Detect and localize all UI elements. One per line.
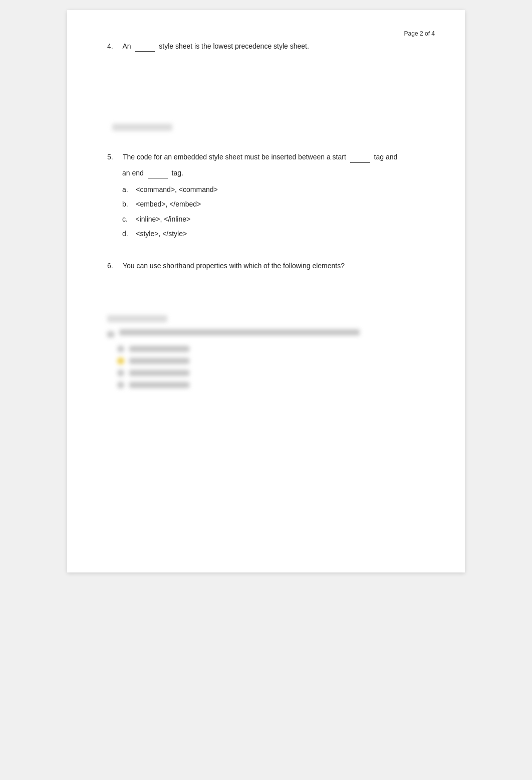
question-5-number: 5. <box>107 153 113 161</box>
blurred-radio-item-b <box>117 357 425 364</box>
blurred-radio-circle-b <box>117 357 124 364</box>
blurred-radio-text-c <box>129 370 189 376</box>
question-5-options: a. <command>, <command> b. <embed>, </em… <box>122 183 425 240</box>
option-5b-letter: b. <box>122 200 128 208</box>
question-5-text-part2: tag and <box>374 153 398 161</box>
question-5-text: 5. The code for an embedded style sheet … <box>107 151 425 162</box>
blurred-radio-group <box>117 345 425 388</box>
blurred-radio-circle-a <box>117 345 124 352</box>
option-5c-text: <inline>, </inline> <box>135 215 190 223</box>
blurred-radio-circle-d <box>117 381 124 388</box>
question-5-block: 5. The code for an embedded style sheet … <box>107 151 425 240</box>
option-5b-text: <embed>, </embed> <box>136 200 201 208</box>
page-number: Page 2 of 4 <box>404 30 435 37</box>
blurred-line-1 <box>107 315 167 322</box>
blurred-question-7-row <box>107 329 425 339</box>
question-5-blank1 <box>350 151 370 162</box>
blurred-radio-text-b <box>129 358 189 364</box>
blurred-radio-text-a <box>129 346 189 352</box>
question-6-text: 6. You can use shorthand properties with… <box>107 260 425 271</box>
blurred-q7-text-row <box>107 329 425 339</box>
question-4-blank-area <box>107 56 425 116</box>
question-6-blurred-section <box>107 315 425 388</box>
option-5b: b. <embed>, </embed> <box>122 198 425 211</box>
question-4-text: 4. An style sheet is the lowest preceden… <box>107 40 425 52</box>
question-6-blank-area <box>107 275 425 315</box>
question-6-block: 6. You can use shorthand properties with… <box>107 260 425 388</box>
blurred-radio-item-c <box>117 369 425 376</box>
blurred-q7-text <box>119 329 360 335</box>
blurred-radio-text-d <box>129 382 189 388</box>
question-5-text-line2: an end tag. <box>122 167 425 178</box>
question-4-blurred-answer <box>112 124 425 131</box>
option-5d-letter: d. <box>122 230 128 238</box>
question-4-text-after: style sheet is the lowest precedence sty… <box>159 42 309 50</box>
question-5-text-part4: tag. <box>172 169 183 177</box>
option-5a-letter: a. <box>122 185 128 193</box>
blurred-q7-number <box>107 331 114 337</box>
question-5-text-part1: The code for an embedded style sheet mus… <box>123 153 346 161</box>
option-5d-text: <style>, </style> <box>136 230 187 238</box>
option-5d-text-highlighted: <style>, </style> <box>136 230 187 238</box>
question-5-blank2 <box>148 167 168 178</box>
question-4-number: 4. <box>107 42 113 50</box>
option-5a: a. <command>, <command> <box>122 183 425 196</box>
question-5-text-part3: an end <box>122 169 144 177</box>
option-5a-text: <command>, <command> <box>136 185 217 193</box>
blurred-radio-item-d <box>117 381 425 388</box>
question-6-number: 6. <box>107 262 113 270</box>
blurred-radio-circle-c <box>117 369 124 376</box>
option-5c-letter: c. <box>122 215 128 223</box>
document-page: Page 2 of 4 4. An style sheet is the low… <box>67 10 465 572</box>
option-5c: c. <inline>, </inline> <box>122 213 425 226</box>
blurred-radio-item-a <box>117 345 425 352</box>
question-4-blank <box>135 40 155 52</box>
question-4-text-before: An <box>122 42 131 50</box>
question-4-block: 4. An style sheet is the lowest preceden… <box>107 40 425 131</box>
option-5d: d. <style>, </style> <box>122 228 425 240</box>
question-6-body: You can use shorthand properties with wh… <box>123 262 345 270</box>
